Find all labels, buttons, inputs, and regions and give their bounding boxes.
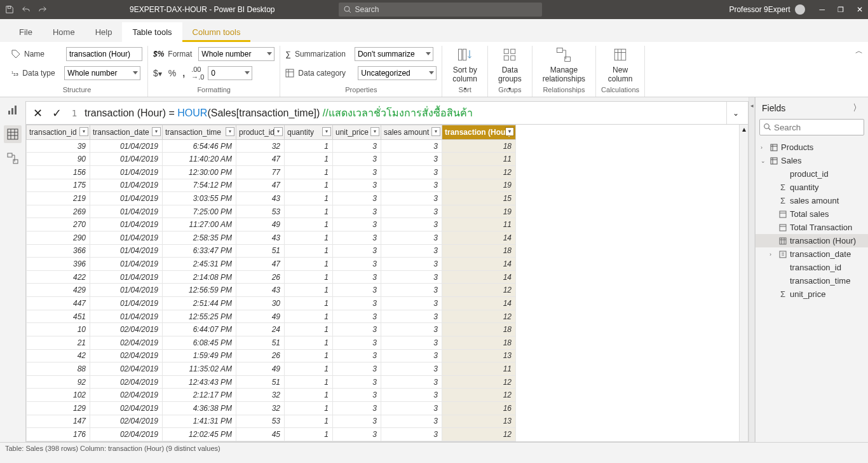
cell[interactable]: 32 bbox=[236, 139, 285, 153]
cell[interactable]: 01/04/2019 bbox=[90, 258, 163, 271]
cell[interactable]: 47 bbox=[236, 153, 285, 166]
cell[interactable]: 3 bbox=[381, 284, 442, 297]
cell[interactable]: 02/04/2019 bbox=[90, 336, 163, 349]
cell[interactable]: 02/04/2019 bbox=[90, 389, 163, 402]
column-header[interactable]: product_id▾ bbox=[236, 125, 285, 140]
cell[interactable]: 3 bbox=[381, 258, 442, 271]
cell[interactable]: 1 bbox=[285, 323, 333, 336]
cell[interactable]: 147 bbox=[27, 415, 90, 428]
save-icon[interactable] bbox=[5, 5, 14, 14]
cell[interactable]: 1 bbox=[285, 258, 333, 271]
cell[interactable]: 11:40:20 AM bbox=[163, 153, 236, 166]
cell[interactable]: 3 bbox=[381, 310, 442, 323]
cell[interactable]: 269 bbox=[27, 205, 90, 218]
cell[interactable]: 19 bbox=[442, 179, 516, 192]
cell[interactable]: 19 bbox=[442, 205, 516, 218]
cell[interactable]: 02/04/2019 bbox=[90, 401, 163, 415]
cell[interactable]: 51 bbox=[236, 244, 285, 258]
field-total-transaction[interactable]: Total Transaction bbox=[756, 221, 868, 234]
cell[interactable]: 26 bbox=[236, 270, 285, 284]
cell[interactable]: 01/04/2019 bbox=[90, 166, 163, 179]
cell[interactable]: 14 bbox=[442, 297, 516, 310]
expand-fields-icon[interactable]: 〉 bbox=[853, 102, 862, 114]
cell[interactable]: 14 bbox=[442, 258, 516, 271]
column-header[interactable]: transaction (Hour)▾ bbox=[442, 125, 516, 140]
filter-icon[interactable]: ▾ bbox=[431, 127, 440, 136]
cell[interactable]: 3 bbox=[333, 205, 381, 218]
cell[interactable]: 3 bbox=[381, 336, 442, 349]
cell[interactable]: 3 bbox=[381, 270, 442, 284]
menu-table-tools[interactable]: Table tools bbox=[122, 22, 182, 42]
filter-icon[interactable]: ▾ bbox=[505, 127, 514, 136]
data-grid[interactable]: transaction_id▾transaction_date▾transact… bbox=[26, 125, 748, 441]
field-quantity[interactable]: Σquantity bbox=[756, 181, 868, 194]
cell[interactable]: 129 bbox=[27, 401, 90, 415]
cell[interactable]: 1 bbox=[285, 415, 333, 428]
cell[interactable]: 02/04/2019 bbox=[90, 375, 163, 389]
table-products[interactable]: ›Products bbox=[756, 141, 868, 154]
datacategory-select[interactable]: Uncategorized bbox=[358, 66, 437, 80]
cell[interactable]: 53 bbox=[236, 205, 285, 218]
cell[interactable]: 1 bbox=[285, 297, 333, 310]
cell[interactable]: 1 bbox=[285, 270, 333, 284]
cell[interactable]: 3 bbox=[333, 310, 381, 323]
cell[interactable]: 3 bbox=[381, 349, 442, 363]
cell[interactable]: 3 bbox=[333, 258, 381, 271]
cell[interactable]: 13 bbox=[442, 349, 516, 363]
cell[interactable]: 1 bbox=[285, 349, 333, 363]
cell[interactable]: 3 bbox=[333, 218, 381, 232]
filter-icon[interactable]: ▾ bbox=[226, 127, 234, 136]
close-button[interactable]: ✕ bbox=[857, 5, 863, 14]
cell[interactable]: 39 bbox=[27, 139, 90, 153]
cell[interactable]: 43 bbox=[236, 284, 285, 297]
cell[interactable]: 18 bbox=[442, 323, 516, 336]
cell[interactable]: 3 bbox=[333, 349, 381, 363]
cell[interactable]: 53 bbox=[236, 415, 285, 428]
maximize-button[interactable]: ❐ bbox=[837, 6, 844, 14]
cell[interactable]: 01/04/2019 bbox=[90, 244, 163, 258]
cell[interactable]: 1:59:49 PM bbox=[163, 349, 236, 363]
filter-icon[interactable]: ▾ bbox=[322, 127, 331, 136]
vertical-scrollbar[interactable]: ▴ bbox=[739, 125, 748, 441]
filter-icon[interactable]: ▾ bbox=[79, 127, 88, 136]
summarization-select[interactable]: Don't summarize bbox=[355, 47, 433, 61]
cell[interactable]: 3:03:55 PM bbox=[163, 192, 236, 205]
cell[interactable]: 1 bbox=[285, 139, 333, 153]
cell[interactable]: 1 bbox=[285, 375, 333, 389]
cell[interactable]: 1 bbox=[285, 284, 333, 297]
cell[interactable]: 01/04/2019 bbox=[90, 232, 163, 245]
cell[interactable]: 13 bbox=[442, 415, 516, 428]
new-column-button[interactable]: New column bbox=[603, 46, 638, 84]
cell[interactable]: 11 bbox=[442, 363, 516, 376]
cell[interactable]: 3 bbox=[333, 166, 381, 179]
cell[interactable]: 2:45:31 PM bbox=[163, 258, 236, 271]
cell[interactable]: 2:58:35 PM bbox=[163, 232, 236, 245]
cell[interactable]: 3 bbox=[333, 153, 381, 166]
commit-formula-button[interactable]: ✓ bbox=[49, 106, 64, 121]
cell[interactable]: 12:55:25 PM bbox=[163, 310, 236, 323]
cell[interactable]: 1 bbox=[285, 428, 333, 441]
cell[interactable]: 3 bbox=[333, 428, 381, 441]
cell[interactable]: 1 bbox=[285, 244, 333, 258]
cell[interactable]: 10 bbox=[27, 323, 90, 336]
cell[interactable]: 01/04/2019 bbox=[90, 153, 163, 166]
collapse-ribbon-button[interactable]: ︿ bbox=[855, 46, 863, 57]
cell[interactable]: 12:43:43 PM bbox=[163, 375, 236, 389]
cell[interactable]: 270 bbox=[27, 218, 90, 232]
filter-icon[interactable]: ▾ bbox=[370, 127, 379, 136]
cell[interactable]: 01/04/2019 bbox=[90, 270, 163, 284]
cell[interactable]: 51 bbox=[236, 375, 285, 389]
cell[interactable]: 12:56:59 PM bbox=[163, 284, 236, 297]
cell[interactable]: 422 bbox=[27, 270, 90, 284]
cell[interactable]: 12:30:00 PM bbox=[163, 166, 236, 179]
cell[interactable]: 18 bbox=[442, 139, 516, 153]
cell[interactable]: 02/04/2019 bbox=[90, 415, 163, 428]
cell[interactable]: 1 bbox=[285, 179, 333, 192]
field-sales-amount[interactable]: Σsales amount bbox=[756, 194, 868, 207]
cell[interactable]: 18 bbox=[442, 244, 516, 258]
global-search[interactable]: Search bbox=[339, 3, 542, 17]
redo-icon[interactable] bbox=[38, 5, 47, 14]
cell[interactable]: 01/04/2019 bbox=[90, 218, 163, 232]
cell[interactable]: 219 bbox=[27, 192, 90, 205]
field-transaction_date[interactable]: ›transaction_date bbox=[756, 247, 868, 261]
